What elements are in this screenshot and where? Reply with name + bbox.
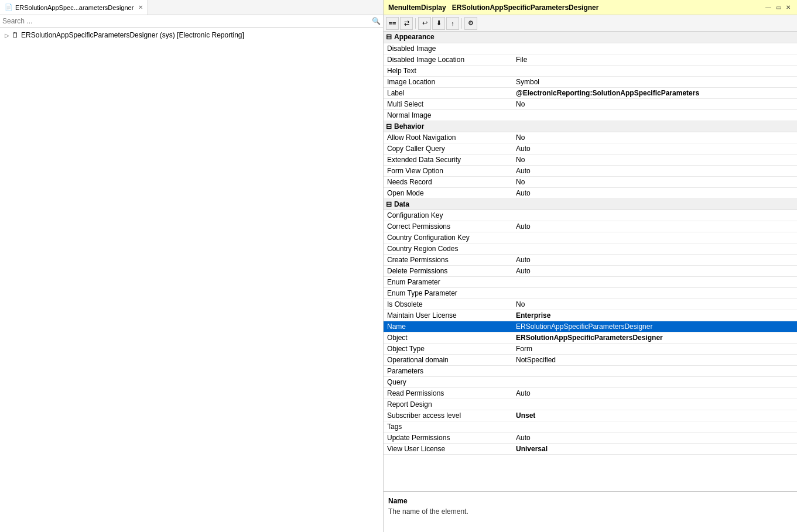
property-value[interactable]: [512, 210, 797, 221]
property-value[interactable]: Auto: [512, 221, 797, 232]
table-row[interactable]: Object TypeForm: [384, 343, 797, 354]
properties-header-prefix: MenuItemDisplay: [388, 4, 446, 12]
tree-expand-icon: ▷: [5, 32, 9, 39]
tree-item[interactable]: ▷ 🗒 ERSolutionAppSpecificParametersDesig…: [0, 30, 383, 40]
table-row[interactable]: Form View OptionAuto: [384, 165, 797, 176]
table-row[interactable]: Disabled Image LocationFile: [384, 54, 797, 65]
section-header-appearance[interactable]: ⊟Appearance: [384, 32, 797, 43]
property-value[interactable]: [512, 109, 797, 121]
restore-button[interactable]: ▭: [774, 4, 783, 11]
section-header-data[interactable]: ⊟Data: [384, 198, 797, 210]
designer-tab[interactable]: 📄 ERSolutionAppSpec...arametersDesigner …: [0, 0, 148, 15]
properties-title: MenuItemDisplay ERSolutionAppSpecificPar…: [388, 4, 598, 12]
property-value[interactable]: Auto: [512, 254, 797, 265]
property-value[interactable]: [512, 43, 797, 54]
categorized-button[interactable]: ≡≡: [386, 17, 399, 30]
table-row[interactable]: Disabled Image: [384, 43, 797, 54]
table-row[interactable]: Subscriber access levelUnset: [384, 410, 797, 421]
search-input[interactable]: [2, 17, 372, 25]
section-toggle[interactable]: ⊟: [386, 33, 392, 41]
table-row[interactable]: Read PermissionsAuto: [384, 387, 797, 399]
property-value[interactable]: @ElectronicReporting:SolutionAppSpecific…: [512, 87, 797, 98]
table-row[interactable]: Maintain User LicenseEnterprise: [384, 310, 797, 321]
table-row[interactable]: Is ObsoleteNo: [384, 298, 797, 310]
table-row[interactable]: Correct PermissionsAuto: [384, 221, 797, 232]
property-value[interactable]: No: [512, 298, 797, 310]
property-value[interactable]: Auto: [512, 143, 797, 154]
property-name: Form View Option: [384, 165, 512, 176]
table-row[interactable]: Delete PermissionsAuto: [384, 265, 797, 276]
table-row[interactable]: Enum Type Parameter: [384, 287, 797, 298]
move-up-button[interactable]: ↑: [446, 17, 459, 30]
table-row[interactable]: Needs RecordNo: [384, 176, 797, 187]
property-value[interactable]: NotSpecified: [512, 354, 797, 365]
tab-close-button[interactable]: ✕: [138, 4, 143, 11]
table-row[interactable]: Configuration Key: [384, 210, 797, 221]
table-row[interactable]: Copy Caller QueryAuto: [384, 143, 797, 154]
property-value[interactable]: [512, 65, 797, 76]
table-row[interactable]: Tags: [384, 421, 797, 432]
table-row[interactable]: Country Configuration Key: [384, 232, 797, 243]
property-value[interactable]: Universal: [512, 443, 797, 454]
table-row[interactable]: Label@ElectronicReporting:SolutionAppSpe…: [384, 87, 797, 98]
sort-button[interactable]: ⬇: [432, 17, 445, 30]
property-value[interactable]: [512, 421, 797, 432]
table-row[interactable]: Parameters: [384, 365, 797, 376]
property-name: Country Configuration Key: [384, 232, 512, 243]
table-row[interactable]: Open ModeAuto: [384, 187, 797, 198]
property-value[interactable]: Auto: [512, 432, 797, 443]
alphabetical-button[interactable]: ⇄: [400, 17, 413, 30]
table-row[interactable]: Enum Parameter: [384, 276, 797, 287]
property-value[interactable]: [512, 365, 797, 376]
property-value[interactable]: Auto: [512, 265, 797, 276]
property-value[interactable]: File: [512, 54, 797, 65]
table-row[interactable]: Help Text: [384, 65, 797, 76]
close-button[interactable]: ✕: [784, 4, 792, 11]
table-row[interactable]: Operational domainNotSpecified: [384, 354, 797, 365]
property-value[interactable]: No: [512, 132, 797, 143]
table-row[interactable]: Multi SelectNo: [384, 98, 797, 109]
property-pages-button[interactable]: ↩: [418, 17, 431, 30]
table-row[interactable]: Normal Image: [384, 109, 797, 121]
property-value[interactable]: Symbol: [512, 76, 797, 87]
table-row[interactable]: Report Design: [384, 399, 797, 410]
table-row[interactable]: Extended Data SecurityNo: [384, 154, 797, 165]
property-value[interactable]: No: [512, 98, 797, 109]
table-row[interactable]: Update PermissionsAuto: [384, 432, 797, 443]
section-toggle[interactable]: ⊟: [386, 122, 392, 131]
property-name: Report Design: [384, 399, 512, 410]
table-row[interactable]: Allow Root NavigationNo: [384, 132, 797, 143]
property-value[interactable]: Unset: [512, 410, 797, 421]
property-value[interactable]: No: [512, 176, 797, 187]
property-value[interactable]: [512, 376, 797, 387]
table-row[interactable]: Image LocationSymbol: [384, 76, 797, 87]
section-toggle[interactable]: ⊟: [386, 200, 392, 208]
property-value[interactable]: [512, 232, 797, 243]
property-value[interactable]: Auto: [512, 165, 797, 176]
property-value[interactable]: [512, 276, 797, 287]
property-name: Copy Caller Query: [384, 143, 512, 154]
property-name: Help Text: [384, 65, 512, 76]
property-name: Open Mode: [384, 187, 512, 198]
table-row[interactable]: NameERSolutionAppSpecificParametersDesig…: [384, 321, 797, 332]
property-value[interactable]: Form: [512, 343, 797, 354]
table-row[interactable]: ObjectERSolutionAppSpecificParametersDes…: [384, 332, 797, 343]
table-row[interactable]: Query: [384, 376, 797, 387]
property-value[interactable]: Auto: [512, 387, 797, 399]
section-header-behavior[interactable]: ⊟Behavior: [384, 121, 797, 132]
table-row[interactable]: Country Region Codes: [384, 243, 797, 254]
settings-button[interactable]: ⚙: [464, 17, 477, 30]
minimize-button[interactable]: —: [764, 4, 773, 11]
properties-table: ⊟AppearanceDisabled ImageDisabled Image …: [384, 32, 797, 491]
property-value[interactable]: [512, 287, 797, 298]
property-value[interactable]: Auto: [512, 187, 797, 198]
table-row[interactable]: View User LicenseUniversal: [384, 443, 797, 454]
property-value[interactable]: Enterprise: [512, 310, 797, 321]
property-value[interactable]: No: [512, 154, 797, 165]
property-name: Extended Data Security: [384, 154, 512, 165]
table-row[interactable]: Create PermissionsAuto: [384, 254, 797, 265]
property-value[interactable]: [512, 243, 797, 254]
property-value[interactable]: ERSolutionAppSpecificParametersDesigner: [512, 332, 797, 343]
property-value[interactable]: ERSolutionAppSpecificParametersDesigner: [512, 321, 797, 332]
property-value[interactable]: [512, 399, 797, 410]
